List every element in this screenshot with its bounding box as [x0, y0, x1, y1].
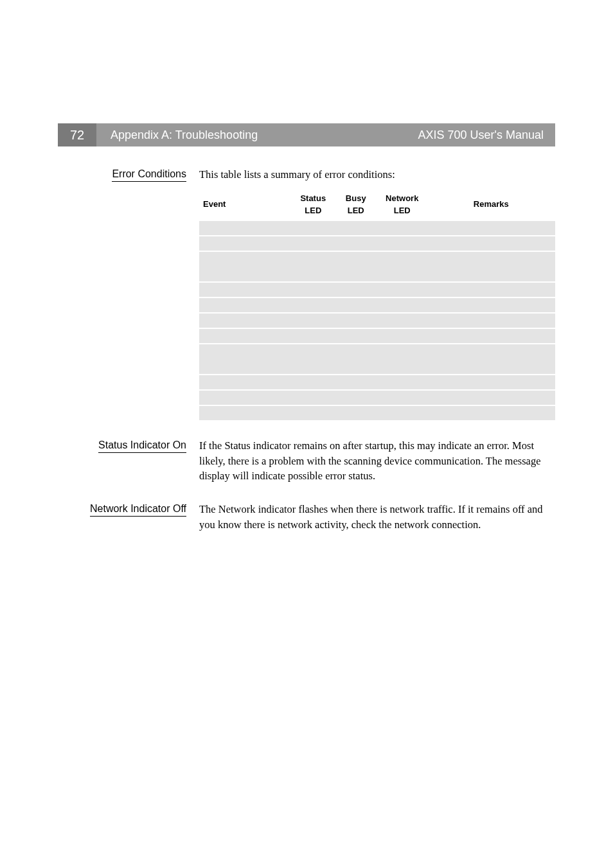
section-title: Appendix A: Troubleshooting [111, 128, 258, 142]
table-cell [377, 252, 427, 281]
table-cell [427, 344, 555, 374]
error-conditions-table: Event Status LED Busy LED Network LED Re… [199, 189, 555, 420]
table-row [199, 298, 555, 312]
table-row [199, 375, 555, 389]
table-cell [377, 329, 427, 343]
col-header-network-led: Network LED [377, 189, 427, 221]
table-cell [427, 406, 555, 420]
table-cell [292, 221, 334, 235]
table-cell [335, 375, 377, 389]
table-row [199, 236, 555, 251]
col-header-event: Event [199, 189, 292, 221]
table-cell [292, 391, 334, 405]
table-cell [292, 314, 334, 328]
table-cell [292, 406, 334, 420]
table-cell [335, 344, 377, 374]
table-cell [427, 283, 555, 297]
table-cell [199, 252, 292, 281]
table-cell [427, 298, 555, 312]
section-error-conditions: Error Conditions This table lists a summ… [58, 167, 555, 420]
col-header-status-led: Status LED [292, 189, 334, 221]
table-cell [199, 344, 292, 374]
table-cell [199, 314, 292, 328]
table-row [199, 391, 555, 405]
table-row [199, 283, 555, 297]
table-row [199, 329, 555, 343]
table-cell [377, 314, 427, 328]
table-row [199, 314, 555, 328]
table-cell [199, 221, 292, 235]
side-heading-text: Network Indicator Off [90, 503, 186, 517]
table-cell [377, 221, 427, 235]
status-indicator-on-body: If the Status indicator remains on after… [199, 438, 555, 484]
table-cell [377, 283, 427, 297]
table-cell [335, 406, 377, 420]
table-row [199, 406, 555, 420]
table-cell [377, 375, 427, 389]
table-cell [377, 406, 427, 420]
network-indicator-off-body: The Network indicator flashes when there… [199, 502, 555, 533]
section-network-indicator-off: Network Indicator Off The Network indica… [58, 502, 555, 533]
table-cell [335, 329, 377, 343]
page-header: 72 Appendix A: Troubleshooting AXIS 700 … [58, 123, 555, 146]
table-row [199, 344, 555, 374]
table-row [199, 252, 555, 281]
error-conditions-intro: This table lists a summary of error cond… [199, 167, 555, 182]
table-cell [427, 329, 555, 343]
table-cell [292, 298, 334, 312]
table-cell [335, 221, 377, 235]
table-header-row: Event Status LED Busy LED Network LED Re… [199, 189, 555, 221]
table-cell [199, 298, 292, 312]
table-cell [292, 344, 334, 374]
side-heading-text: Status Indicator On [98, 439, 186, 453]
table-cell [292, 252, 334, 281]
table-cell [335, 314, 377, 328]
table-cell [427, 391, 555, 405]
page-number: 72 [58, 123, 96, 146]
side-heading-text: Error Conditions [112, 168, 186, 182]
table-cell [292, 375, 334, 389]
side-heading: Network Indicator Off [58, 502, 199, 517]
table-cell [199, 283, 292, 297]
table-cell [335, 391, 377, 405]
table-cell [427, 252, 555, 281]
table-cell [199, 375, 292, 389]
col-header-busy-led: Busy LED [335, 189, 377, 221]
table-cell [292, 236, 334, 251]
table-row [199, 221, 555, 235]
table-cell [427, 375, 555, 389]
table-cell [199, 329, 292, 343]
table-cell [335, 252, 377, 281]
table-cell [377, 391, 427, 405]
table-cell [199, 406, 292, 420]
table-cell [377, 236, 427, 251]
table-cell [377, 298, 427, 312]
table-cell [292, 283, 334, 297]
table-cell [427, 236, 555, 251]
side-heading: Status Indicator On [58, 438, 199, 453]
table-cell [335, 236, 377, 251]
table-cell [335, 298, 377, 312]
table-cell [427, 221, 555, 235]
table-cell [427, 314, 555, 328]
side-heading: Error Conditions [58, 167, 199, 182]
table-cell [335, 283, 377, 297]
table-cell [199, 236, 292, 251]
table-cell [199, 391, 292, 405]
table-cell [377, 344, 427, 374]
table-cell [292, 329, 334, 343]
header-titles: Appendix A: Troubleshooting AXIS 700 Use… [96, 123, 555, 146]
document-title: AXIS 700 User's Manual [418, 128, 544, 142]
section-status-indicator-on: Status Indicator On If the Status indica… [58, 438, 555, 484]
col-header-remarks: Remarks [427, 189, 555, 221]
